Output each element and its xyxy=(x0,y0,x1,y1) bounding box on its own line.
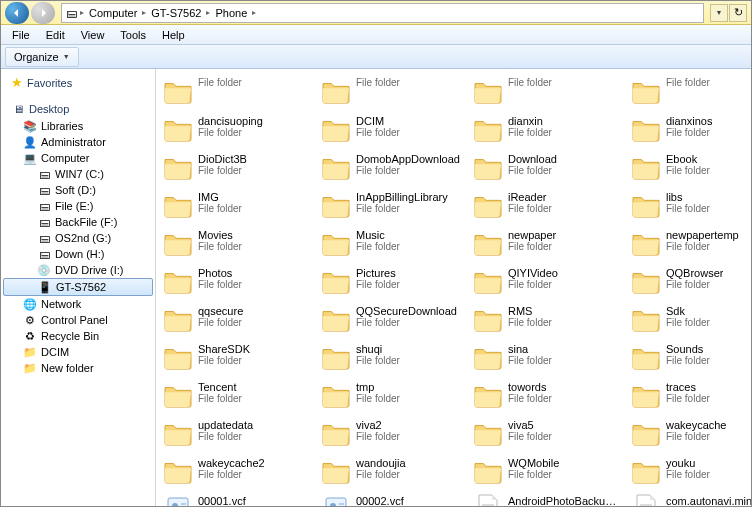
history-dropdown-button[interactable]: ▼ xyxy=(710,4,728,22)
sidebar-item[interactable]: 📱GT-S7562 xyxy=(3,278,153,296)
folder-icon xyxy=(472,227,504,259)
folder-item[interactable]: QQSecureDownloadFile folder xyxy=(314,301,466,339)
sidebar-item[interactable]: 🖴Down (H:) xyxy=(1,246,155,262)
folder-item[interactable]: tracesFile folder xyxy=(624,377,751,415)
item-name: DioDict3B xyxy=(198,153,247,165)
folder-item[interactable]: wakeycacheFile folder xyxy=(624,415,751,453)
nav-forward-button[interactable] xyxy=(31,2,55,24)
file-item[interactable]: AndroidPhotoBackup.logText Document420 b… xyxy=(466,491,624,506)
folder-item[interactable]: viva2File folder xyxy=(314,415,466,453)
breadcrumb-bar[interactable]: 🖴 ▸ Computer ▸ GT-S7562 ▸ Phone ▸ xyxy=(61,3,704,23)
folder-item[interactable]: EbookFile folder xyxy=(624,149,751,187)
file-item[interactable]: com.autonavi.minimap_0.logText Document0… xyxy=(624,491,751,506)
folder-item[interactable]: File folder xyxy=(466,73,624,111)
breadcrumb-item[interactable]: Computer xyxy=(86,7,140,19)
libraries-icon: 📚 xyxy=(23,119,37,133)
folder-item[interactable]: newpaperFile folder xyxy=(466,225,624,263)
sidebar-item[interactable]: 🖴BackFile (F:) xyxy=(1,214,155,230)
folder-item[interactable]: iReaderFile folder xyxy=(466,187,624,225)
folder-item[interactable]: newpapertempFile folder xyxy=(624,225,751,263)
file-item[interactable]: 00001.vcfVCard file82.0 KB xyxy=(156,491,314,506)
folder-item[interactable]: wandoujiaFile folder xyxy=(314,453,466,491)
folder-item[interactable]: WQMobileFile folder xyxy=(466,453,624,491)
sidebar-item[interactable]: 📚Libraries xyxy=(1,118,155,134)
menu-edit[interactable]: Edit xyxy=(39,27,72,43)
sidebar-item[interactable]: 🌐Network xyxy=(1,296,155,312)
folder-item[interactable]: File folder xyxy=(156,73,314,111)
folder-item[interactable]: ShareSDKFile folder xyxy=(156,339,314,377)
sidebar-favorites[interactable]: ★ Favorites xyxy=(1,73,155,92)
folder-icon xyxy=(630,455,662,487)
sidebar-item[interactable]: 🖴Soft (D:) xyxy=(1,182,155,198)
refresh-button[interactable]: ↻ xyxy=(729,4,747,22)
folder-item[interactable]: libsFile folder xyxy=(624,187,751,225)
folder-item[interactable]: QIYIVideoFile folder xyxy=(466,263,624,301)
folder-item[interactable]: SdkFile folder xyxy=(624,301,751,339)
folder-item[interactable]: dianxinFile folder xyxy=(466,111,624,149)
item-name: Photos xyxy=(198,267,242,279)
folder-item[interactable]: MusicFile folder xyxy=(314,225,466,263)
folder-item[interactable]: DioDict3BFile folder xyxy=(156,149,314,187)
folder-item[interactable]: qqsecureFile folder xyxy=(156,301,314,339)
menu-view[interactable]: View xyxy=(74,27,112,43)
sidebar-item[interactable]: ⚙Control Panel xyxy=(1,312,155,328)
folder-item[interactable]: PicturesFile folder xyxy=(314,263,466,301)
folder-item[interactable]: tmpFile folder xyxy=(314,377,466,415)
folder-item[interactable]: towordsFile folder xyxy=(466,377,624,415)
sidebar-item[interactable]: 💻Computer xyxy=(1,150,155,166)
file-list[interactable]: File folderFile folderFile folderFile fo… xyxy=(156,69,751,506)
folder-item[interactable]: dancisuopingFile folder xyxy=(156,111,314,149)
folder-item[interactable]: dianxinosFile folder xyxy=(624,111,751,149)
sidebar-item[interactable]: ♻Recycle Bin xyxy=(1,328,155,344)
menu-tools[interactable]: Tools xyxy=(113,27,153,43)
item-type: File folder xyxy=(666,203,710,214)
sidebar-item[interactable]: 🖴WIN7 (C:) xyxy=(1,166,155,182)
folder-item[interactable]: wakeycache2File folder xyxy=(156,453,314,491)
item-type: File folder xyxy=(198,355,250,366)
nav-back-button[interactable] xyxy=(5,2,29,24)
folder-item[interactable]: MoviesFile folder xyxy=(156,225,314,263)
item-name: updatedata xyxy=(198,419,253,431)
folder-item[interactable]: PhotosFile folder xyxy=(156,263,314,301)
folder-item[interactable]: InAppBillingLibraryFile folder xyxy=(314,187,466,225)
item-type: File folder xyxy=(508,279,558,290)
folder-item[interactable]: QQBrowserFile folder xyxy=(624,263,751,301)
sidebar-item[interactable]: 📁New folder xyxy=(1,360,155,376)
folder-item[interactable]: SoundsFile folder xyxy=(624,339,751,377)
folder-item[interactable]: File folder xyxy=(624,73,751,111)
sidebar-item[interactable]: 💿DVD Drive (I:) xyxy=(1,262,155,278)
folder-item[interactable]: DomobAppDownloadFile folder xyxy=(314,149,466,187)
file-item[interactable]: 00002.vcfVCard file8.42 KB xyxy=(314,491,466,506)
folder-icon xyxy=(472,341,504,373)
folder-item[interactable]: shuqiFile folder xyxy=(314,339,466,377)
folder-item[interactable]: RMSFile folder xyxy=(466,301,624,339)
folder-icon xyxy=(630,265,662,297)
item-type: File folder xyxy=(198,203,242,214)
sidebar-desktop[interactable]: 🖥 Desktop xyxy=(1,100,155,118)
file-icon xyxy=(320,493,352,506)
item-name: RMS xyxy=(508,305,552,317)
sidebar-item[interactable]: 🖴OS2nd (G:) xyxy=(1,230,155,246)
folder-icon xyxy=(472,265,504,297)
menu-file[interactable]: File xyxy=(5,27,37,43)
menu-help[interactable]: Help xyxy=(155,27,192,43)
sidebar-item[interactable]: 📁DCIM xyxy=(1,344,155,360)
folder-item[interactable]: sinaFile folder xyxy=(466,339,624,377)
item-name: WQMobile xyxy=(508,457,559,469)
folder-item[interactable]: File folder xyxy=(314,73,466,111)
breadcrumb-item[interactable]: GT-S7562 xyxy=(148,7,204,19)
breadcrumb-item[interactable]: Phone xyxy=(212,7,250,19)
folder-item[interactable]: DCIMFile folder xyxy=(314,111,466,149)
folder-item[interactable]: youkuFile folder xyxy=(624,453,751,491)
item-name: dianxinos xyxy=(666,115,712,127)
folder-item[interactable]: IMGFile folder xyxy=(156,187,314,225)
sidebar-item[interactable]: 🖴File (E:) xyxy=(1,198,155,214)
organize-button[interactable]: Organize ▼ xyxy=(5,47,79,67)
folder-icon xyxy=(472,113,504,145)
sidebar-item[interactable]: 👤Administrator xyxy=(1,134,155,150)
folder-item[interactable]: TencentFile folder xyxy=(156,377,314,415)
folder-item[interactable]: viva5File folder xyxy=(466,415,624,453)
folder-item[interactable]: DownloadFile folder xyxy=(466,149,624,187)
folder-item[interactable]: updatedataFile folder xyxy=(156,415,314,453)
item-name: DCIM xyxy=(356,115,400,127)
